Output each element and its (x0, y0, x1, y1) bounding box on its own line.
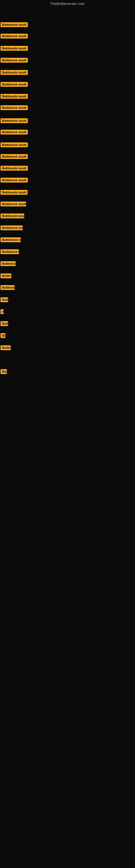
list-item: Bottleneck result (1, 237, 21, 243)
list-item: Bottleneck result (1, 178, 28, 184)
list-item: Bottleneck result (1, 94, 28, 100)
bottleneck-badge: Bott (1, 297, 8, 302)
list-item: B (1, 309, 4, 315)
list-item: Bottleneck result (1, 46, 28, 52)
bottleneck-badge: Bottleneck result (1, 214, 24, 218)
bottleneck-badge: Bottleneck result (1, 34, 28, 38)
bottleneck-badge: Bottleneck result (1, 202, 26, 207)
list-item: Bottleneck result (1, 58, 28, 64)
bottleneck-badge: Bottleneck (1, 285, 14, 290)
list-item: Bottleneck result (1, 214, 24, 219)
bottleneck-badge: Bottle (1, 273, 11, 278)
list-item: Bottle (1, 273, 11, 279)
list-item: Bo (1, 333, 5, 339)
bottleneck-badge: Bottleneck result (1, 46, 28, 51)
bottleneck-badge: Bottle (1, 345, 11, 350)
list-item: Bottleneck result (1, 118, 28, 124)
bottleneck-badge: Bottleneck result (1, 105, 28, 110)
list-item: Bottleneck result (1, 22, 28, 28)
bottleneck-badge: Bottleneck result (1, 237, 21, 242)
list-item: Bottleneck (1, 261, 16, 267)
list-item: Bottleneck result (1, 143, 28, 148)
bottleneck-badge: Bottleneck result (1, 166, 28, 170)
list-item: Bottleneck result (1, 105, 28, 111)
list-item: Bottleneck result (1, 82, 28, 88)
bottleneck-badge: Bottleneck result (1, 118, 28, 123)
list-item: Bot (1, 369, 7, 375)
list-item: Bottleneck result (1, 166, 28, 172)
list-item: Bottleneck result (1, 34, 28, 40)
bottleneck-badge: Bottleneck (1, 261, 16, 266)
bottleneck-badge: Bottleneck result (1, 225, 23, 230)
bottleneck-badge: Bottleneck result (1, 154, 28, 159)
list-item: Bottleneck result (1, 70, 28, 76)
bottleneck-badge: Bottleneck result (1, 58, 28, 63)
list-item: Bottleneck (1, 285, 14, 291)
list-item: Bottleneck result (1, 249, 19, 255)
list-item: Bottleneck result (1, 225, 23, 231)
list-item: Bottle (1, 345, 11, 351)
bottleneck-badge: Bot (1, 369, 7, 374)
bottleneck-badge: Bo (1, 333, 5, 338)
bottleneck-badge: Bottleneck result (1, 22, 28, 27)
bottleneck-badge: Bottleneck result (1, 190, 28, 195)
bottleneck-badge: Bottleneck result (1, 82, 28, 87)
list-item: Bottleneck result (1, 154, 28, 160)
bottleneck-badge: Bott (1, 321, 8, 326)
list-item: Bott (1, 321, 8, 327)
bottleneck-badge: Bottleneck result (1, 143, 28, 147)
list-item: Bottleneck result (1, 202, 26, 208)
bottleneck-badge: Bottleneck result (1, 70, 28, 75)
site-header: TheBottlenecker.com (0, 0, 135, 7)
list-item: Bott (1, 297, 8, 303)
bottleneck-badge: Bottleneck result (1, 130, 28, 134)
bottleneck-badge: Bottleneck result (1, 94, 28, 99)
bottleneck-badge: Bottleneck result (1, 249, 19, 254)
bottleneck-badge: B (1, 309, 4, 314)
list-item: Bottleneck result (1, 130, 28, 135)
bottleneck-badge: Bottleneck result (1, 178, 28, 183)
list-item: Bottleneck result (1, 190, 28, 196)
